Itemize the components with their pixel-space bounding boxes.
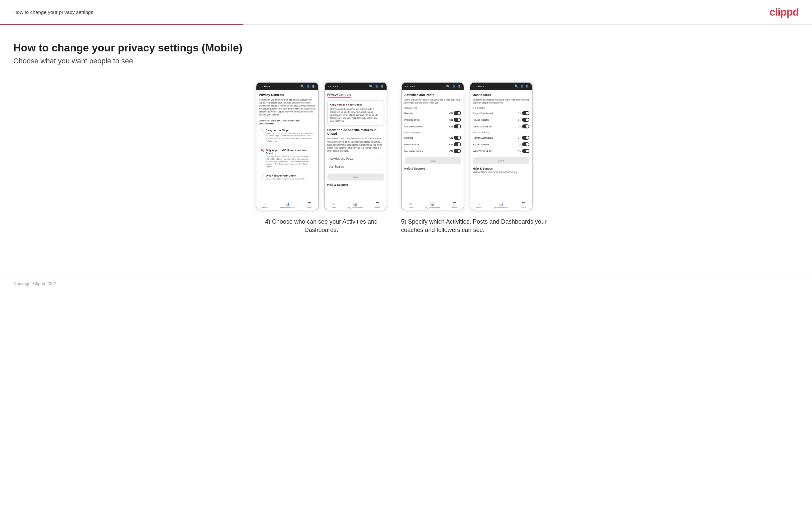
- search-icon3[interactable]: 🔍: [446, 84, 450, 88]
- screen3-back[interactable]: ‹ < Back: [405, 85, 416, 88]
- search-icon[interactable]: 🔍: [301, 84, 305, 88]
- option-everyone[interactable]: Everyone on Clippd Everyone on Clippd ca…: [259, 127, 315, 144]
- screen4-section-title: Dashboards: [473, 93, 529, 97]
- followers-manual-toggle[interactable]: [454, 149, 461, 153]
- nav-performance[interactable]: 📊 My Performance: [280, 202, 295, 209]
- nav-home4[interactable]: ⌂ Home: [476, 202, 481, 209]
- nav-home[interactable]: ⌂ Home: [262, 202, 268, 209]
- search-icon2[interactable]: 🔍: [369, 84, 373, 88]
- option-approved[interactable]: Only Approved Followers and Your Coach O…: [259, 147, 315, 170]
- coaches-manual-toggle[interactable]: [454, 124, 461, 128]
- nav-performance3[interactable]: 📊 My Performance: [425, 202, 440, 209]
- followers-round-insights-row[interactable]: Round Insights ON: [473, 142, 529, 147]
- coaches-manual-row[interactable]: Manual Activities ON: [405, 123, 461, 129]
- screen4-header: ‹ < Back 🔍 👤 ⚙: [470, 82, 532, 90]
- nav-performance2-label: My Performance: [348, 207, 363, 209]
- screen3-header: ‹ < Back 🔍 👤 ⚙: [402, 82, 464, 90]
- activities-posts-row[interactable]: Activities and Posts ›: [327, 155, 384, 163]
- profile-icon[interactable]: 👤: [306, 84, 310, 88]
- screen4-footer: ⌂ Home 📊 My Performance ☰ Menu: [470, 200, 532, 210]
- profile-icon3[interactable]: 👤: [452, 84, 456, 88]
- followers-rounds-toggle[interactable]: [454, 136, 461, 140]
- screen1-desc: Control how you and your data appears to…: [259, 98, 315, 116]
- followers-what-to-work-toggle[interactable]: [522, 149, 529, 153]
- coaches-drills-row[interactable]: Practice Drills ON: [405, 117, 461, 123]
- option-onlyyou-desc: Only you and the coaches you connect wit…: [266, 178, 307, 180]
- settings-icon2[interactable]: ⚙: [380, 84, 383, 88]
- followers-drills-row[interactable]: Practice Drills ON: [405, 142, 461, 147]
- coaches-player-dash-row[interactable]: Player Dashboard ON: [473, 110, 529, 116]
- settings-icon[interactable]: ⚙: [312, 84, 315, 88]
- followers-what-to-work-on: ON: [518, 150, 521, 152]
- screen3-help-label: Help & Support: [405, 167, 461, 170]
- followers-drills-toggle[interactable]: [454, 143, 461, 146]
- privacy-controls-tab[interactable]: Privacy Controls: [327, 93, 351, 98]
- screen3-save-button[interactable]: Save: [405, 157, 461, 164]
- coaches-what-to-work-row[interactable]: What To Work On ON: [473, 123, 529, 129]
- chart-icon: 📊: [285, 202, 290, 206]
- nav-menu2[interactable]: ☰ Menu: [375, 202, 380, 209]
- option-everyone-text: Everyone on Clippd Everyone on Clippd ca…: [266, 129, 314, 143]
- chart-icon2: 📊: [353, 202, 358, 206]
- who-section-label: Who Can See Your Activities and Dashboar…: [259, 119, 315, 125]
- nav-home3[interactable]: ⌂ Home: [408, 202, 413, 209]
- followers-player-dash-row[interactable]: Player Dashboard ON: [473, 135, 529, 141]
- coaches-drills-toggle[interactable]: [454, 118, 461, 122]
- followers-rounds-row[interactable]: Rounds ON: [405, 135, 461, 141]
- coaches-drills-label: Practice Drills: [405, 118, 420, 121]
- search-icon4[interactable]: 🔍: [514, 84, 518, 88]
- coaches-rounds-row[interactable]: Rounds ON: [405, 110, 461, 116]
- followers-player-dash-toggle[interactable]: [522, 136, 529, 140]
- screen3-section-title: Activities and Posts: [405, 93, 461, 97]
- screen4-back[interactable]: ‹ < Back: [473, 85, 484, 88]
- profile-icon2[interactable]: 👤: [374, 84, 378, 88]
- page-footer: Copyright Clippd 2022: [0, 274, 812, 293]
- screen1-icons: 🔍 👤 ⚙: [301, 84, 315, 88]
- screen4-save-button[interactable]: Save: [473, 157, 529, 164]
- settings-icon3[interactable]: ⚙: [457, 84, 460, 88]
- coaches-player-dash-label: Player Dashboard: [473, 112, 493, 115]
- back-arrow-icon2: ‹: [328, 85, 329, 88]
- dashboards-row[interactable]: Dashboards ›: [327, 163, 384, 171]
- followers-manual-row[interactable]: Manual Activities ON: [405, 148, 461, 154]
- profile-icon4[interactable]: 👤: [520, 84, 524, 88]
- coaches-player-dash-toggle[interactable]: [522, 111, 529, 115]
- screen1-back[interactable]: ‹ < Back: [260, 85, 270, 88]
- tooltip-popup: Only You and Your Coach Only you and the…: [327, 100, 384, 125]
- coaches-round-insights-row[interactable]: Round Insights ON: [473, 117, 529, 123]
- nav-home2-label: Home: [331, 207, 336, 209]
- privacy-controls-tab-label: Privacy Controls: [327, 93, 351, 96]
- chart-icon3: 📊: [430, 202, 435, 206]
- coaches-rounds-toggle[interactable]: [454, 111, 461, 115]
- show-hide-title: Show or hide specific features in Clippd: [327, 128, 384, 135]
- menu-icon: ☰: [308, 202, 311, 206]
- nav-performance4[interactable]: 📊 My Performance: [494, 202, 508, 209]
- show-hide-desc: Regardless of the privacy controls that …: [327, 137, 384, 152]
- screen2-back[interactable]: ‹ < Back: [328, 85, 339, 88]
- screen4-icons: 🔍 👤 ⚙: [514, 84, 529, 88]
- coaches-what-to-work-toggle[interactable]: [522, 124, 529, 128]
- coaches-round-insights-toggle[interactable]: [522, 118, 529, 122]
- followers-round-insights-toggle[interactable]: [522, 143, 529, 146]
- menu-icon3: ☰: [453, 202, 457, 206]
- tooltip-title: Only You and Your Coach: [331, 103, 381, 106]
- nav-menu3[interactable]: ☰ Menu: [452, 202, 457, 209]
- screen2-save-button[interactable]: Save: [327, 174, 384, 180]
- nav-performance-label: My Performance: [280, 207, 295, 209]
- followers-round-insights-on: ON: [518, 143, 521, 146]
- radio-approved: [261, 149, 264, 152]
- nav-home2[interactable]: ⌂ Home: [331, 202, 336, 209]
- radio-everyone: [261, 129, 264, 132]
- nav-performance2[interactable]: 📊 My Performance: [348, 202, 363, 209]
- left-group: ‹ < Back 🔍 👤 ⚙ Privacy Controls Control …: [252, 82, 391, 234]
- option-onlyyou[interactable]: Only You and Your Coach Only you and the…: [259, 173, 315, 182]
- coaches-rounds-label: Rounds: [405, 112, 413, 115]
- settings-icon4[interactable]: ⚙: [526, 84, 529, 88]
- followers-what-to-work-row[interactable]: What To Work On ON: [473, 148, 529, 154]
- coaches-manual-on-text: ON: [449, 125, 453, 128]
- coaches-what-to-work-label: What To Work On: [473, 125, 493, 128]
- nav-menu4[interactable]: ☰ Menu: [521, 202, 526, 209]
- activities-posts-label: Activities and Posts: [329, 157, 353, 160]
- nav-menu[interactable]: ☰ Menu: [307, 202, 312, 209]
- back-arrow-icon3: ‹: [405, 85, 406, 88]
